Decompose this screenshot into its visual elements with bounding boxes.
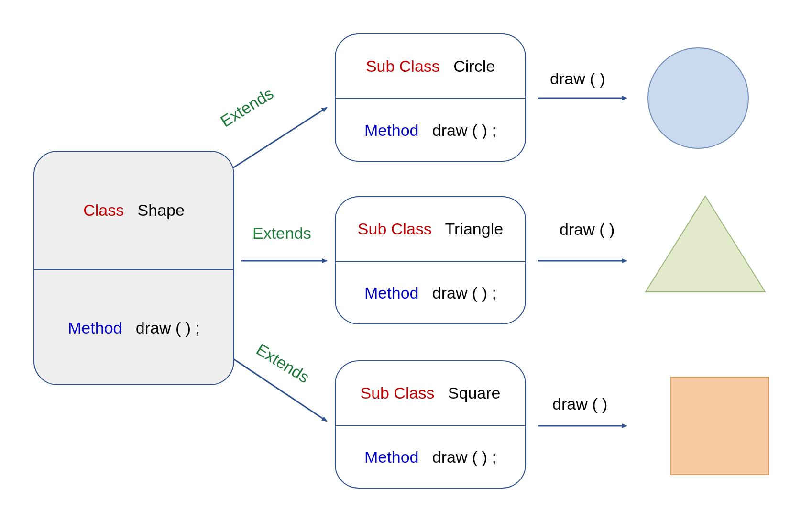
svg-point-0 [648, 48, 748, 148]
keyword-subclass: Sub Class [366, 57, 440, 75]
method-signature-circle: draw ( ) ; [432, 121, 496, 139]
method-signature-triangle: draw ( ) ; [432, 284, 496, 302]
class-name-shape: Shape [138, 201, 185, 219]
keyword-method: Method [68, 319, 122, 337]
class-method-row: Method draw ( ) ; [34, 270, 233, 385]
extends-label-circle: Extends [217, 84, 277, 131]
subclass-header-square: Sub Class Square [336, 361, 525, 425]
subclass-name-square: Square [448, 384, 501, 402]
draw-call-label-triangle: draw ( ) [560, 220, 614, 239]
subclass-node-circle: Sub Class Circle Method draw ( ) ; [335, 33, 526, 162]
draw-call-label-circle: draw ( ) [550, 69, 605, 88]
svg-rect-2 [671, 377, 768, 475]
class-header: Class Shape [34, 152, 233, 269]
extends-label-square: Extends [253, 340, 313, 387]
subclass-name-circle: Circle [453, 57, 495, 75]
output-triangle-icon [643, 194, 768, 298]
draw-call-label-square: draw ( ) [552, 395, 607, 413]
class-node-shape: Class Shape Method draw ( ) ; [33, 151, 234, 385]
subclass-method-row-triangle: Method draw ( ) ; [336, 262, 525, 324]
extends-label-triangle: Extends [252, 224, 311, 243]
subclass-header-triangle: Sub Class Triangle [336, 197, 525, 261]
subclass-node-square: Sub Class Square Method draw ( ) ; [335, 360, 526, 489]
subclass-name-triangle: Triangle [445, 220, 504, 238]
subclass-node-triangle: Sub Class Triangle Method draw ( ) ; [335, 196, 526, 324]
keyword-method: Method [364, 284, 418, 302]
method-signature-square: draw ( ) ; [432, 448, 496, 466]
keyword-subclass: Sub Class [358, 220, 432, 238]
subclass-header-circle: Sub Class Circle [336, 34, 525, 98]
keyword-subclass: Sub Class [361, 384, 435, 402]
subclass-method-row-circle: Method draw ( ) ; [336, 99, 525, 162]
keyword-class: Class [83, 201, 124, 219]
method-signature-shape: draw ( ) ; [136, 319, 200, 337]
output-square-icon [669, 376, 770, 480]
svg-marker-1 [646, 196, 765, 292]
subclass-method-row-square: Method draw ( ) ; [336, 426, 525, 489]
keyword-method: Method [364, 121, 418, 139]
keyword-method: Method [364, 448, 418, 466]
output-circle-icon [646, 45, 751, 155]
diagram-canvas: Class Shape Method draw ( ) ; Sub Class … [0, 0, 812, 512]
